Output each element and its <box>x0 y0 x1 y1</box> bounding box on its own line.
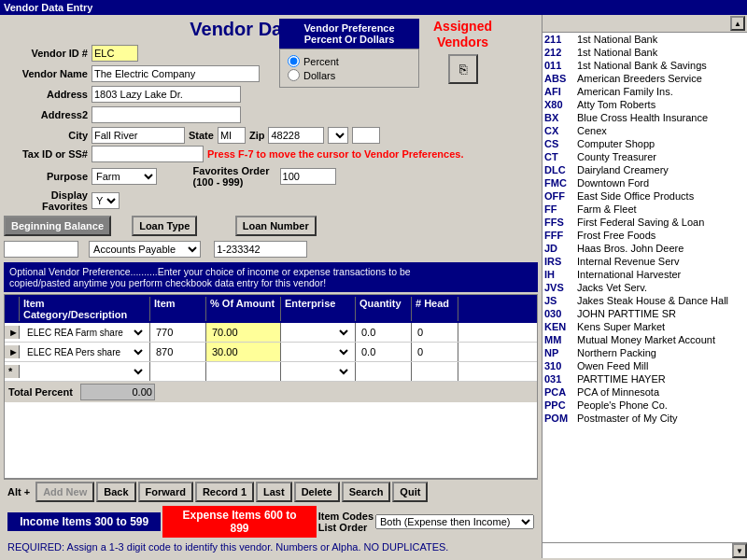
address-input[interactable] <box>92 86 241 103</box>
beginning-balance-button[interactable]: Beginning Balance <box>4 216 111 236</box>
scroll-down-button[interactable]: ▼ <box>732 543 747 558</box>
taxid-input[interactable] <box>92 146 204 162</box>
vendor-id: DLC <box>544 164 577 175</box>
vendor-list-item[interactable]: FFFFrost Free Foods <box>543 229 747 242</box>
row1-head-input[interactable] <box>416 324 454 341</box>
balance-input[interactable] <box>4 241 78 258</box>
vendor-id: FFF <box>544 230 577 241</box>
rowN-head-input[interactable] <box>416 363 454 380</box>
vendor-list-item[interactable]: IRSInternal Revenue Serv <box>543 255 747 268</box>
vendor-name: PCA of Minnesota <box>577 386 745 398</box>
record1-button[interactable]: Record 1 <box>195 482 254 502</box>
zip-extra-input[interactable] <box>352 127 380 144</box>
vendor-name-label: Vendor Name <box>4 68 88 79</box>
vendor-list-item[interactable]: AFIAmerican Family Ins. <box>543 85 747 98</box>
vendor-list-item[interactable]: JDHaas Bros. John Deere <box>543 242 747 255</box>
delete-button[interactable]: Delete <box>294 482 340 502</box>
vendor-name: 1st National Bank <box>577 34 745 45</box>
vendor-name-input[interactable] <box>92 65 260 82</box>
table-header: Item Category/Description Item % Of Amou… <box>5 295 537 323</box>
row2-cat-select[interactable]: ELEC REA Pers share <box>23 343 146 360</box>
row1-cat-select[interactable]: ELEC REA Farm share <box>23 324 146 341</box>
back-button[interactable]: Back <box>96 482 135 502</box>
vendor-list-item[interactable]: KENKens Super Market <box>543 320 747 333</box>
add-new-button[interactable]: Add New <box>35 482 94 502</box>
row-arrow-new[interactable]: * <box>5 365 20 378</box>
rowN-qty-input[interactable] <box>359 363 407 380</box>
row2-pct-input[interactable] <box>210 343 276 360</box>
vendor-list-item[interactable]: FFFarm & Fleet <box>543 203 747 216</box>
vendor-list-item[interactable]: X80Atty Tom Roberts <box>543 98 747 111</box>
rowN-ent-select[interactable] <box>285 363 351 380</box>
row1-qty-input[interactable] <box>359 324 407 341</box>
row2-qty-input[interactable] <box>359 343 407 360</box>
vendor-list-item[interactable]: 2121st National Bank <box>543 46 747 59</box>
purpose-fav-row: Purpose Farm Personal Both Favorites Ord… <box>4 165 538 188</box>
vendor-list-item[interactable]: CXCenex <box>543 124 747 137</box>
vendor-list-item[interactable]: OFFEast Side Office Products <box>543 189 747 203</box>
purpose-select[interactable]: Farm Personal Both <box>92 168 157 185</box>
display-fav-select[interactable]: Y N <box>92 192 120 209</box>
dollars-radio[interactable] <box>288 69 300 81</box>
vendor-list-item[interactable]: CSComputer Shopp <box>543 137 747 150</box>
vendor-list-item[interactable]: DLCDairyland Creamery <box>543 163 747 176</box>
row2-head-input[interactable] <box>416 343 454 360</box>
vendor-list-scroll[interactable]: 2111st National Bank2121st National Bank… <box>543 33 747 542</box>
vendor-list-item[interactable]: JVSJacks Vet Serv. <box>543 281 747 294</box>
loan-type-button[interactable]: Loan Type <box>132 216 197 236</box>
total-value-input[interactable] <box>80 384 155 400</box>
last-button[interactable]: Last <box>256 482 292 502</box>
item-codes-select[interactable]: Both (Expense then Income) Income Only E… <box>375 514 534 529</box>
rowN-item-input[interactable] <box>154 363 202 380</box>
acct-payable-select[interactable]: Accounts Payable <box>89 241 201 258</box>
row1-ent-select[interactable] <box>285 324 351 341</box>
loan-number-input[interactable] <box>214 241 307 258</box>
vendor-list-item[interactable]: 0111st National Bank & Savings <box>543 59 747 72</box>
vendor-list-item[interactable]: BXBlue Cross Health Insurance <box>543 111 747 124</box>
vendor-list-item[interactable]: PCAPCA of Minnesota <box>543 385 747 399</box>
vendor-id: MM <box>544 334 577 345</box>
vendor-list-item[interactable]: NPNorthern Packing <box>543 346 747 359</box>
row2-ent-select[interactable] <box>285 343 351 360</box>
row-arrow-2[interactable]: ► <box>5 345 20 358</box>
favorites-order-label: Favorites Order(100 - 999) <box>193 165 270 188</box>
vendor-list-item[interactable]: ABSAmerican Breeders Service <box>543 72 747 85</box>
favorites-order-input[interactable] <box>280 168 336 185</box>
zip-input[interactable] <box>268 127 324 144</box>
quit-button[interactable]: Quit <box>392 482 428 502</box>
vendor-list-item[interactable]: FFSFirst Federal Saving & Loan <box>543 216 747 229</box>
vendor-list-item[interactable]: POMPostmaster of My City <box>543 412 747 425</box>
assigned-vendors-icon-button[interactable]: ⎘ <box>448 54 478 84</box>
vendor-list-item[interactable]: IHInternational Harvester <box>543 268 747 281</box>
vendor-list-item[interactable]: 310Owen Feed Mill <box>543 359 747 372</box>
row2-item-input[interactable] <box>154 343 202 360</box>
search-button[interactable]: Search <box>342 482 391 502</box>
state-input[interactable] <box>218 127 246 144</box>
vendor-list-item[interactable]: PPCPeople's Phone Co. <box>543 399 747 412</box>
scroll-up-button[interactable]: ▲ <box>730 16 745 31</box>
dollars-option[interactable]: Dollars <box>288 69 411 81</box>
address2-input[interactable] <box>92 106 241 123</box>
rowN-pct-input[interactable] <box>210 363 276 380</box>
vendor-list-item[interactable]: 2111st National Bank <box>543 33 747 46</box>
loan-number-button[interactable]: Loan Number <box>235 216 317 236</box>
vendor-list-item[interactable]: FMCDowntown Ford <box>543 176 747 189</box>
percent-radio[interactable] <box>288 55 300 67</box>
vendor-list-item[interactable]: 031PARTTIME HAYER <box>543 372 747 385</box>
vendor-name: County Treasurer <box>577 151 745 162</box>
city-input[interactable] <box>92 127 185 144</box>
row1-item-input[interactable] <box>154 324 202 341</box>
vendor-list-item[interactable]: JSJakes Steak House & Dance Hall <box>543 294 747 307</box>
vendor-list-item[interactable]: CTCounty Treasurer <box>543 150 747 163</box>
percent-option[interactable]: Percent <box>288 55 411 67</box>
row-arrow-1[interactable]: ► <box>5 326 20 339</box>
forward-button[interactable]: Forward <box>138 482 193 502</box>
row1-pct-input[interactable] <box>210 324 276 341</box>
zip-dropdown[interactable] <box>328 127 348 144</box>
vendor-list-item[interactable]: MMMutual Money Market Account <box>543 333 747 346</box>
vendor-id-input[interactable] <box>92 45 138 62</box>
vendor-id: CT <box>544 151 577 162</box>
vendor-id: ABS <box>544 73 577 84</box>
vendor-list-item[interactable]: 030JOHN PARTTIME SR <box>543 307 747 320</box>
rowN-cat-select[interactable] <box>23 363 146 380</box>
